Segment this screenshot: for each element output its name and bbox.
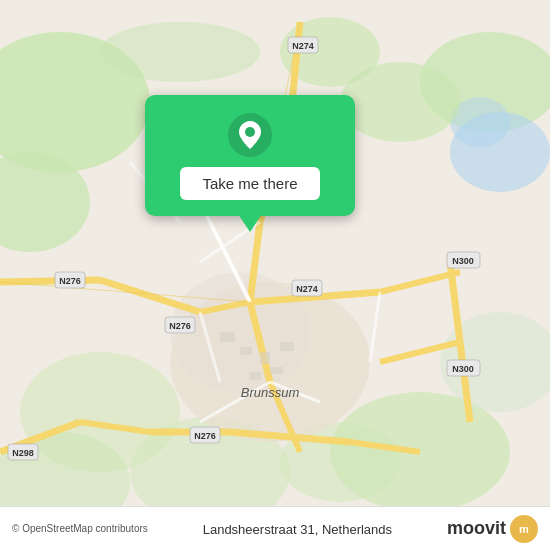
map-attribution: © OpenStreetMap contributors (12, 523, 148, 534)
popup-card[interactable]: Take me there (145, 95, 355, 216)
svg-text:N276: N276 (59, 276, 81, 286)
address-section: Landsheerstraat 31, Netherlands (203, 520, 392, 538)
map-background: N274 N274 N274 N276 N276 N276 N300 N300 … (0, 0, 550, 550)
svg-text:N274: N274 (296, 284, 318, 294)
svg-rect-46 (260, 352, 270, 364)
svg-text:Brunssum: Brunssum (241, 385, 300, 400)
svg-point-8 (100, 22, 260, 82)
svg-text:m: m (519, 523, 529, 535)
svg-rect-48 (250, 372, 261, 380)
location-pin-icon (228, 113, 272, 157)
svg-text:N300: N300 (452, 364, 474, 374)
map-container: N274 N274 N274 N276 N276 N276 N300 N300 … (0, 0, 550, 550)
moovit-text: moovit (447, 518, 506, 539)
svg-text:N274: N274 (292, 41, 314, 51)
svg-rect-45 (240, 347, 252, 355)
take-me-there-button[interactable]: Take me there (180, 167, 319, 200)
svg-text:N300: N300 (452, 256, 474, 266)
svg-point-70 (245, 127, 255, 137)
svg-text:N276: N276 (169, 321, 191, 331)
svg-text:N276: N276 (194, 431, 216, 441)
moovit-icon: m (510, 515, 538, 543)
svg-text:N298: N298 (12, 448, 34, 458)
bottom-bar: © OpenStreetMap contributors Landsheerst… (0, 506, 550, 550)
svg-rect-47 (280, 342, 294, 351)
svg-rect-44 (220, 332, 235, 342)
moovit-logo: moovit m (447, 515, 538, 543)
svg-rect-49 (270, 367, 283, 374)
address-label: Landsheerstraat 31, Netherlands (203, 522, 392, 537)
